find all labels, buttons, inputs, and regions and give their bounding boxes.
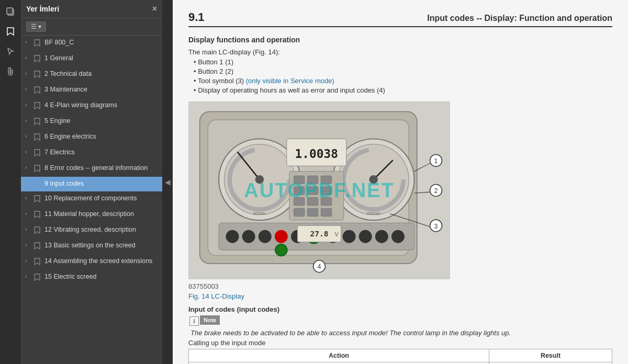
calling-text: Calling up the input mode (188, 339, 612, 347)
bookmark-item-13basic[interactable]: ›13 Basic settings on the screed (21, 238, 162, 254)
expand-arrow-icon: › (25, 226, 32, 232)
expand-arrow-icon: › (25, 258, 32, 264)
bookmark-marker-icon (33, 210, 42, 220)
close-button[interactable]: × (152, 4, 157, 14)
note-box: Note (200, 315, 220, 325)
svg-point-31 (242, 230, 255, 243)
svg-rect-21 (307, 187, 318, 195)
svg-text:V: V (335, 232, 339, 237)
svg-text:4: 4 (318, 263, 321, 270)
note-container: i Note (188, 315, 612, 327)
svg-point-45 (275, 244, 287, 256)
svg-point-8 (255, 175, 264, 184)
bullet-item: Tool symbol (3) (only visible in Service… (194, 77, 612, 85)
bookmark-marker-icon (33, 70, 42, 80)
bookmark-item-8errorcodes[interactable]: ›8 Error codes -- general information (21, 161, 162, 177)
collapse-panel-button[interactable]: ◀ (162, 0, 173, 364)
bookmark-item-6engineelec[interactable]: ›6 Engine electrics (21, 130, 162, 145)
bookmarks-panel: Yer İmleri × ☰ ▾ ›BF 800_C›1 General›2 T… (21, 0, 162, 364)
svg-point-32 (259, 230, 272, 243)
copy-icon[interactable] (3, 4, 18, 19)
svg-text:3: 3 (434, 223, 438, 230)
bookmark-label: 4 E-Plan wiring diagrams (44, 101, 159, 109)
svg-point-13 (369, 175, 378, 184)
view-button[interactable]: ☰ ▾ (26, 21, 46, 32)
bookmark-item-12vibrating[interactable]: ›12 Vibrating screed, description (21, 223, 162, 238)
bookmark-item-11material[interactable]: ›11 Material hopper, description (21, 207, 162, 223)
expand-arrow-icon: › (25, 102, 32, 108)
section-number: 9.1 (188, 10, 205, 24)
bookmark-panel-icon[interactable] (3, 24, 18, 39)
bookmark-marker-icon (33, 54, 42, 64)
bullet-list: Button 1 (1)Button 2 (2)Tool symbol (3) … (188, 58, 612, 94)
expand-arrow-icon: › (25, 149, 32, 155)
svg-text:27.8: 27.8 (310, 230, 329, 238)
bookmark-list: ›BF 800_C›1 General›2 Technical data›3 M… (21, 36, 162, 364)
expand-arrow-icon: › (25, 195, 32, 201)
bullet-item: Button 2 (2) (194, 67, 612, 75)
bookmark-marker-icon (33, 273, 42, 283)
svg-text:1.0038: 1.0038 (295, 147, 338, 161)
display-functions-heading: Display functions and operation (188, 36, 612, 44)
toolbar-row: ☰ ▾ (21, 18, 162, 36)
note-icon: i (189, 316, 199, 326)
expand-arrow-icon: › (25, 39, 32, 45)
svg-point-39 (359, 230, 372, 243)
expand-arrow-icon: › (25, 133, 32, 139)
note-text: The brake needs to be activated to be ab… (188, 329, 612, 337)
svg-point-30 (226, 230, 239, 243)
svg-text:m/min: m/min (367, 211, 380, 216)
bookmark-item-15electric[interactable]: ›15 Electric screed (21, 270, 162, 286)
bookmark-label: 13 Basic settings on the screed (44, 241, 159, 249)
bookmark-item-5engine[interactable]: ›5 Engine (21, 114, 162, 130)
bookmark-label: 11 Material hopper, description (44, 210, 159, 218)
bookmark-label: 2 Technical data (44, 70, 159, 78)
expand-arrow-icon: › (25, 274, 32, 279)
bookmark-item-10replacement[interactable]: ›10 Replacement of components (21, 191, 162, 207)
bookmark-marker-icon (33, 86, 42, 96)
bookmark-item-14assembling[interactable]: ›14 Assembling the screed extensions (21, 254, 162, 270)
intro-text: The main LC-display (Fig. 14): (188, 48, 612, 56)
svg-point-40 (375, 230, 388, 243)
bookmark-label: 1 General (44, 54, 159, 62)
bookmark-marker-icon (33, 242, 42, 252)
svg-text:1: 1 (434, 157, 438, 165)
svg-point-33 (275, 230, 288, 243)
bookmark-marker-icon (33, 149, 42, 158)
bookmark-item-bf800c[interactable]: ›BF 800_C (21, 36, 162, 51)
paperclip-icon[interactable] (3, 64, 18, 78)
bookmark-label: 8 Error codes -- general information (44, 164, 159, 172)
bookmark-label: 5 Engine (44, 117, 159, 125)
svg-rect-22 (321, 187, 332, 195)
svg-rect-20 (294, 187, 305, 195)
action-table: Action Result -- Press button 1 and butt… (188, 349, 612, 364)
bookmark-label: BF 800_C (44, 38, 159, 47)
bookmark-label: 7 Electrics (44, 148, 159, 156)
svg-rect-23 (294, 197, 305, 206)
bookmark-item-1general[interactable]: ›1 General (21, 51, 162, 67)
svg-rect-26 (294, 208, 305, 217)
bookmark-label: 9 Input codes (44, 179, 159, 188)
bookmark-item-7electrics[interactable]: ›7 Electrics (21, 145, 162, 161)
bullet-item: Button 1 (1) (194, 58, 612, 66)
note-label: Note (200, 316, 219, 324)
bookmark-item-3maintenance[interactable]: ›3 Maintenance (21, 83, 162, 98)
bookmark-marker-icon (33, 257, 42, 267)
bookmarks-title: Yer İmleri (26, 5, 59, 13)
expand-arrow-icon: › (25, 71, 32, 76)
expand-arrow-icon: › (25, 86, 32, 92)
svg-point-41 (391, 230, 405, 243)
expand-arrow-icon: › (25, 242, 32, 248)
bookmark-item-4eplan[interactable]: ›4 E-Plan wiring diagrams (21, 98, 162, 114)
input-codes-heading: Input of codes (input codes) (188, 305, 612, 313)
svg-rect-25 (321, 197, 332, 206)
content-body: Display functions and operation The main… (188, 36, 612, 364)
cursor-icon[interactable] (3, 44, 18, 59)
bookmark-item-2technical[interactable]: ›2 Technical data (21, 67, 162, 83)
svg-rect-1 (7, 8, 13, 14)
bookmark-label: 12 Vibrating screed, description (44, 225, 159, 234)
bookmark-label: 14 Assembling the screed extensions (44, 257, 159, 265)
bookmark-item-9inputcodes[interactable]: ›9 Input codes (21, 177, 162, 191)
svg-rect-18 (307, 176, 318, 184)
svg-rect-28 (321, 208, 332, 217)
